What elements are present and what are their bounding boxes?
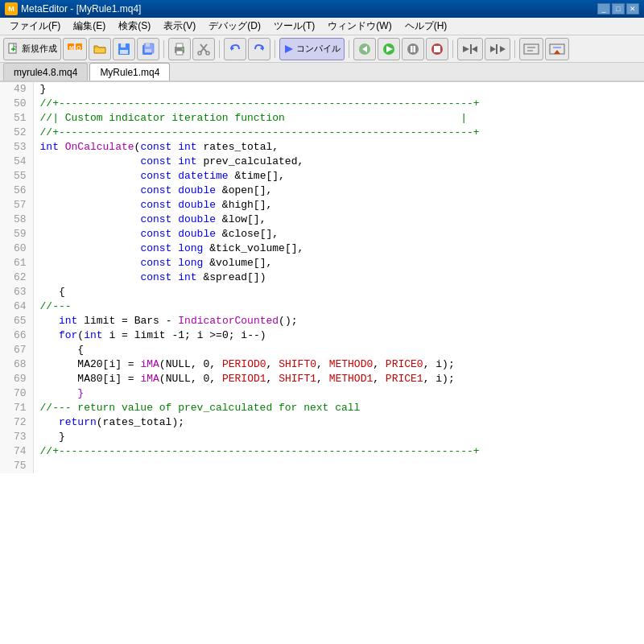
line-code[interactable]: const double &close[], [33,227,644,242]
play-button[interactable] [378,38,400,60]
line-number: 55 [0,169,33,184]
svg-marker-34 [463,46,469,52]
close-button[interactable]: ✕ [626,3,639,14]
line-code[interactable]: const long &tick_volume[], [33,242,644,256]
line-code[interactable] [33,459,644,473]
menu-search[interactable]: 検索(S) [112,18,157,35]
menu-bar: ファイル(F) 編集(E) 検索(S) 表示(V) デバッグ(D) ツール(T)… [0,18,644,35]
save-button[interactable] [113,38,135,60]
svg-marker-24 [285,45,293,53]
table-row: 65 int limit = Bars - IndicatorCounted()… [0,314,644,328]
redo-button[interactable] [248,38,270,60]
line-code[interactable]: } [33,82,644,97]
svg-rect-33 [434,46,440,52]
new-file-button[interactable]: 新規作成 [3,38,61,60]
line-number: 52 [0,126,33,140]
toolbar-sep-2 [219,40,220,58]
step-in-button[interactable] [457,38,483,60]
menu-file[interactable]: ファイル(F) [3,18,67,35]
line-code[interactable]: for(int i = limit -1; i >=0; i--) [33,328,644,343]
step-out-button[interactable] [485,38,510,60]
line-number: 63 [0,285,33,299]
extra-btn-1[interactable] [519,38,543,60]
line-code[interactable]: int limit = Bars - IndicatorCounted(); [33,314,644,328]
minimize-button[interactable]: _ [597,3,610,14]
metaquotes-icon: M Q [67,43,83,56]
save-all-button[interactable] [137,38,159,60]
print-button[interactable] [168,38,191,60]
line-code[interactable]: } [33,386,644,401]
svg-rect-40 [524,44,539,54]
line-code[interactable]: //+-------------------------------------… [33,126,644,140]
line-code[interactable]: const double &open[], [33,184,644,198]
menu-help[interactable]: ヘルプ(H) [398,18,454,35]
line-number: 75 [0,459,33,473]
metaquotes-button[interactable]: M Q [63,38,87,60]
table-row: 50 //+----------------------------------… [0,97,644,111]
line-code[interactable]: MA80[i] = iMA(NULL, 0, PERIOD1, SHIFT1, … [33,372,644,386]
line-code[interactable]: int OnCalculate(const int rates_total, [33,140,644,155]
line-code[interactable]: //--- [33,299,644,314]
svg-rect-15 [176,43,183,47]
svg-marker-36 [472,46,477,52]
menu-window[interactable]: ウィンドウ(W) [321,18,398,35]
menu-view[interactable]: 表示(V) [157,18,202,35]
open-button[interactable] [89,38,111,60]
svg-rect-9 [120,50,128,54]
line-number: 51 [0,111,33,126]
extra-icon-2 [549,43,565,56]
svg-marker-37 [490,46,496,52]
cut-icon [197,43,210,56]
svg-text:Q: Q [76,45,81,52]
extra-icon-1 [523,43,539,56]
step-out-icon [489,43,506,56]
tab-myrule1[interactable]: MyRule1.mq4 [89,63,170,80]
line-code[interactable]: //+-------------------------------------… [33,97,644,111]
undo-button[interactable] [224,38,246,60]
compile-label: コンパイル [296,43,341,55]
new-file-icon [7,43,20,56]
line-code[interactable]: const int &spread[]) [33,270,644,285]
menu-debug[interactable]: デバッグ(D) [202,18,267,35]
compile-button[interactable]: コンパイル [279,38,345,60]
extra-btn-2[interactable] [545,38,569,60]
line-code[interactable]: const datetime &time[], [33,169,644,184]
line-code[interactable]: { [33,285,644,299]
svg-point-21 [206,52,209,55]
line-code[interactable]: //--- return value of prev_calculated fo… [33,401,644,415]
table-row: 51 //| Custom indicator iteration functi… [0,111,644,126]
menu-edit[interactable]: 編集(E) [67,18,112,35]
svg-rect-30 [411,46,413,52]
table-row: 61 const long &volume[], [0,256,644,270]
table-row: 59 const double &close[], [0,227,644,242]
line-code[interactable]: MA20[i] = iMA(NULL, 0, PERIOD0, SHIFT0, … [33,357,644,372]
line-number: 68 [0,357,33,372]
line-code[interactable]: //+-------------------------------------… [33,444,644,459]
line-code[interactable]: const double &high[], [33,198,644,213]
line-number: 57 [0,198,33,213]
svg-rect-8 [121,43,126,47]
maximize-button[interactable]: □ [612,3,625,14]
line-number: 56 [0,184,33,198]
open-folder-icon [93,43,106,56]
tab-myrule4[interactable]: myrule4.8.mq4 [3,63,88,80]
line-code[interactable]: const double &low[], [33,213,644,227]
table-row: 73 } [0,430,644,444]
line-code[interactable]: //| Custom indicator iteration function … [33,111,644,126]
stop-button[interactable] [426,38,448,60]
toolbar: 新規作成 M Q [0,35,644,63]
window-controls[interactable]: _ □ ✕ [597,3,639,14]
line-code[interactable]: const int prev_calculated, [33,155,644,169]
line-number: 67 [0,343,33,357]
line-code[interactable]: return(rates_total); [33,415,644,430]
pause-button[interactable] [402,38,424,60]
line-code[interactable]: { [33,343,644,357]
line-number: 60 [0,242,33,256]
run-back-button[interactable] [353,38,376,60]
svg-rect-13 [145,49,151,52]
code-editor[interactable]: 49 } 50 //+-----------------------------… [0,82,644,644]
menu-tools[interactable]: ツール(T) [267,18,321,35]
cut-button[interactable] [192,38,215,60]
line-code[interactable]: const long &volume[], [33,256,644,270]
line-code[interactable]: } [33,430,644,444]
